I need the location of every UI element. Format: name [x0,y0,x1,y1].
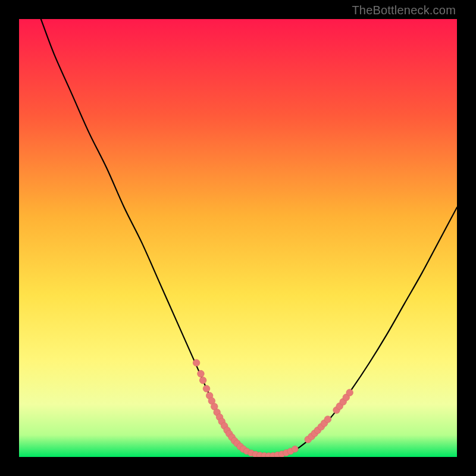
marker-dot [324,416,331,423]
plot-area [19,19,457,457]
bottleneck-chart [19,19,457,457]
marker-dot [203,385,210,392]
marker-dot [193,359,200,367]
chart-frame [19,19,457,457]
marker-dot [292,446,298,452]
marker-dot [199,377,206,384]
marker-dot [198,370,205,377]
watermark-text: TheBottleneck.com [352,4,456,17]
gradient-background [19,19,457,457]
marker-dot [346,389,353,396]
